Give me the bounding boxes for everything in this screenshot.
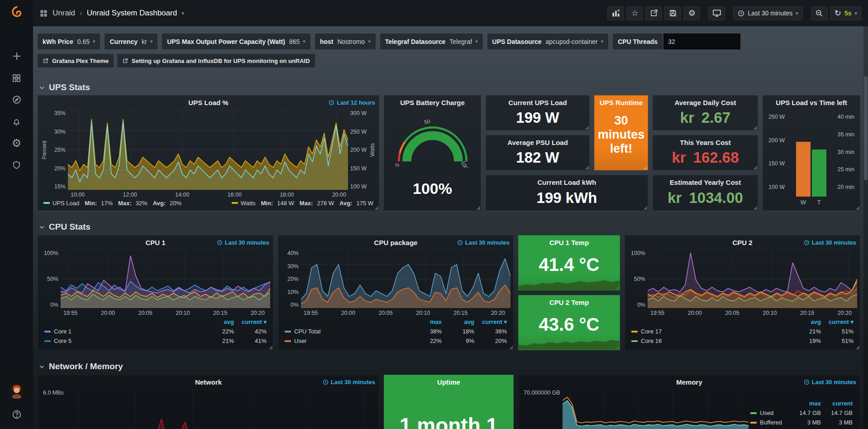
cycle-view-button[interactable] bbox=[708, 6, 725, 20]
alerting-bell-icon[interactable] bbox=[6, 112, 27, 130]
refresh-button[interactable]: ↻ 5s ▾ bbox=[830, 6, 862, 20]
user-avatar[interactable] bbox=[6, 382, 27, 400]
x-tick-label: 19:55 bbox=[304, 310, 318, 316]
series-name[interactable]: Core 16 bbox=[641, 337, 662, 344]
time-range-text: Last 30 minutes bbox=[812, 239, 856, 246]
grafana-logo[interactable] bbox=[6, 4, 27, 22]
legend-sort-max[interactable]: max bbox=[789, 400, 821, 407]
section-header-network-memory[interactable]: Network / Memory bbox=[38, 362, 123, 371]
section-chevron-icon bbox=[38, 84, 45, 91]
series-name[interactable]: Used bbox=[760, 410, 773, 416]
breadcrumb: Unraid › Unraid System Dashboard ▾ bbox=[39, 9, 184, 18]
panel-title[interactable]: CPU 1 Temp bbox=[549, 239, 589, 246]
navbar: Unraid › Unraid System Dashboard ▾ ☆ ⚙ L… bbox=[33, 0, 868, 26]
legend-sort-avg[interactable]: avg bbox=[442, 318, 474, 325]
gauge-value: 100% bbox=[384, 180, 481, 198]
chevron-down-icon[interactable]: ▾ bbox=[181, 10, 184, 16]
chart-body: Percent35%30%25%20%15%300 W250 W200 W150… bbox=[38, 109, 379, 210]
explore-icon[interactable] bbox=[6, 91, 27, 109]
dashboard-settings-button[interactable]: ⚙ bbox=[683, 6, 700, 20]
breadcrumb-folder[interactable]: Unraid bbox=[52, 9, 75, 18]
variable-value: Nostromo bbox=[337, 38, 365, 45]
breadcrumb-dashboard[interactable]: Unraid System Dashboard bbox=[87, 9, 177, 18]
panel-title[interactable]: Average Daily Cost bbox=[674, 99, 736, 106]
section-header-ups-stats[interactable]: UPS Stats bbox=[38, 82, 90, 92]
legend: avgcurrent ▾Core 122%42%Core 521%41% bbox=[41, 316, 270, 347]
series-name[interactable]: Buffered bbox=[760, 419, 782, 426]
scrollbar-thumb[interactable] bbox=[864, 76, 868, 180]
add-panel-icon bbox=[611, 9, 620, 18]
panel-title[interactable]: Memory bbox=[676, 378, 702, 386]
panel-title[interactable]: Uptime bbox=[437, 378, 460, 386]
panel-title[interactable]: This Years Cost bbox=[680, 139, 730, 146]
legend-sort-current[interactable]: current ▾ bbox=[234, 318, 267, 325]
y-tick-label: 100 W bbox=[768, 184, 785, 190]
y-tick-label: 150 W bbox=[768, 160, 785, 167]
series-swatch bbox=[750, 412, 757, 414]
series-name[interactable]: UPS Load bbox=[52, 200, 79, 207]
add-panel-button[interactable] bbox=[607, 6, 624, 20]
variable-group: CPU Threads bbox=[613, 34, 740, 49]
panel-title[interactable]: CPU 2 Temp bbox=[549, 299, 589, 306]
panel-title[interactable]: CPU 2 bbox=[732, 239, 752, 246]
star-button[interactable]: ☆ bbox=[626, 6, 643, 20]
scrollbar-track[interactable] bbox=[863, 26, 868, 429]
panel-title[interactable]: Current UPS Load bbox=[508, 99, 567, 106]
panel-resize-handle[interactable] bbox=[643, 165, 647, 169]
legend-stat-value: 20% bbox=[170, 200, 181, 207]
help-icon[interactable] bbox=[6, 405, 27, 424]
create-icon[interactable] bbox=[6, 47, 27, 65]
clock-icon bbox=[217, 240, 223, 246]
series-name[interactable]: Watts bbox=[241, 200, 256, 207]
dashboard-link[interactable]: Setting up Grafana and InfluxDB for UPS … bbox=[117, 54, 315, 67]
time-picker-button[interactable]: Last 30 minutes ▾ bbox=[733, 6, 802, 20]
dashboards-icon[interactable] bbox=[6, 69, 27, 87]
series-name[interactable]: Core 5 bbox=[54, 337, 72, 344]
share-button[interactable] bbox=[645, 6, 662, 20]
variable-dropdown[interactable]: hostNostromo▾ bbox=[315, 34, 376, 49]
legend-sort-current[interactable]: current ▾ bbox=[821, 318, 854, 325]
legend-sort-max[interactable]: max bbox=[409, 318, 442, 325]
variable-label-pill: CPU Threads bbox=[613, 34, 663, 49]
dashboard-link[interactable]: Grafana Plex Theme bbox=[38, 54, 114, 67]
y-tick-label: 0% bbox=[50, 302, 58, 308]
variable-dropdown[interactable]: UPS Datasourceapcupsd-container▾ bbox=[487, 34, 609, 49]
y-tick-label: 250 W bbox=[768, 114, 785, 120]
zoom-out-button[interactable] bbox=[811, 6, 828, 20]
panel-title[interactable]: UPS Load % bbox=[188, 99, 228, 106]
sparkline bbox=[519, 276, 620, 290]
legend-sort-current[interactable]: current bbox=[821, 400, 853, 407]
panel-header: Current UPS Load bbox=[486, 96, 589, 109]
panel-title[interactable]: Estimated Yearly Cost bbox=[670, 178, 741, 186]
section-header-cpu-stats[interactable]: CPU Stats bbox=[38, 222, 91, 232]
series-name[interactable]: Core 1 bbox=[54, 328, 72, 335]
panel-title[interactable]: Current Load kWh bbox=[538, 178, 596, 186]
panel-title[interactable]: CPU 1 bbox=[145, 239, 165, 246]
x-tick-label: 20:15 bbox=[800, 310, 814, 316]
variable-dropdown[interactable]: Currencykr▾ bbox=[105, 34, 157, 49]
panel-title[interactable]: CPU package bbox=[374, 239, 418, 246]
configuration-gear-icon[interactable]: ⚙ bbox=[6, 134, 27, 152]
panel-title[interactable]: UPS Runtime bbox=[600, 99, 643, 106]
link-label: Setting up Grafana and InfluxDB for UPS … bbox=[132, 58, 310, 64]
series-name[interactable]: User bbox=[294, 337, 306, 344]
chart-body: 100%50%0%19:5520:0020:0520:1020:1520:20a… bbox=[625, 249, 860, 350]
panel-title[interactable]: Average PSU Load bbox=[507, 139, 568, 146]
variable-dropdown[interactable]: Telegraf DatasourceTelegraf▾ bbox=[380, 34, 483, 49]
variable-dropdown[interactable]: kWh Price0.65▾ bbox=[38, 34, 100, 49]
legend-sort-avg[interactable]: avg bbox=[201, 318, 234, 325]
save-button[interactable] bbox=[664, 6, 681, 20]
panel-title[interactable]: Network bbox=[195, 378, 222, 386]
series-name[interactable]: Core 17 bbox=[641, 328, 662, 335]
panel-title[interactable]: UPS Battery Charge bbox=[400, 99, 465, 106]
server-admin-shield-icon[interactable] bbox=[6, 156, 27, 174]
variable-dropdown[interactable]: UPS Max Output Power Capacity (Watt)865▾ bbox=[162, 34, 310, 49]
series-name[interactable]: CPU Total bbox=[294, 328, 320, 335]
y-tick-label: 35 min bbox=[837, 131, 854, 138]
legend-sort-avg[interactable]: avg bbox=[788, 318, 821, 325]
navbar-actions: ☆ ⚙ Last 30 minutes ▾ ↻ 5s ▾ bbox=[607, 6, 862, 20]
legend-sort-current[interactable]: current ▾ bbox=[474, 318, 507, 325]
panel-cpu-1-temp: CPU 1 Temp41.4 °C bbox=[518, 235, 620, 290]
variable-input[interactable] bbox=[663, 34, 740, 49]
panel-title[interactable]: UPS Load vs Time left bbox=[776, 99, 847, 106]
